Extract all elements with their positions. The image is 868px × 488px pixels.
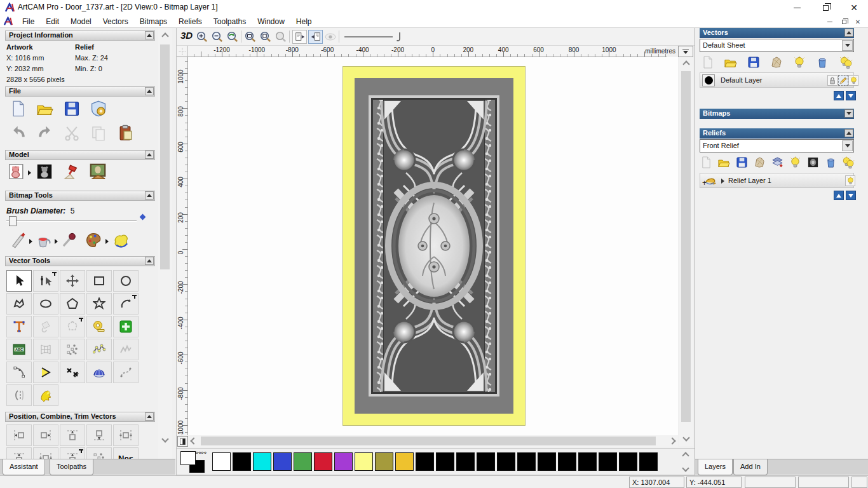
move-layer-up-button[interactable] [834,91,844,100]
greyscale-preview-button[interactable] [807,156,819,168]
vectors-panel-header[interactable]: Vectors [700,28,854,38]
align-bottom-button[interactable] [86,424,112,446]
scrollbar-thumb[interactable] [681,71,691,422]
move-layer-down-button[interactable] [846,91,856,100]
measure-tool[interactable] [86,316,112,337]
contrast-slider-handle[interactable] [392,30,406,44]
tab-layers[interactable]: Layers [698,459,733,475]
close-button[interactable]: ✕ [840,0,868,15]
menu-model[interactable]: Model [65,15,97,28]
scroll-up-button[interactable] [161,32,170,41]
dropdown-button[interactable] [842,40,853,51]
zoom-actual-size-button[interactable] [243,30,257,44]
mdi-restore-button[interactable] [839,17,849,26]
create-rectangle-tool[interactable] [86,270,112,292]
zoom-previous-button[interactable] [226,30,240,44]
palette-swatch-5[interactable] [314,452,332,471]
palette-swatch-11[interactable] [436,452,454,471]
zoom-selection-button[interactable] [274,30,288,44]
palette-swatch-17[interactable] [558,452,576,471]
menu-window[interactable]: Window [252,15,290,28]
trim-vectors-tool[interactable] [60,362,85,383]
create-arc-tool[interactable] [113,293,139,315]
open-vector-layer-button[interactable] [724,56,737,69]
canvas-vertical-scrollbar[interactable] [679,57,693,446]
align-top-button[interactable] [60,424,85,446]
mirror-vectors-tool[interactable] [6,384,32,406]
toggle-all-reliefs-button[interactable] [841,156,855,170]
create-text-tool[interactable] [6,316,32,337]
fit-polyline-tool[interactable] [86,339,112,360]
smooth-polyline-tool[interactable] [113,339,139,360]
open-relief-layer-button[interactable] [718,156,730,168]
scatter-copies-button[interactable] [86,447,112,459]
collapse-button[interactable] [145,257,154,265]
collapse-button[interactable] [844,129,853,137]
vector-doctor-tool[interactable] [33,316,58,337]
set-model-size-button[interactable] [8,163,25,180]
merge-relief-button[interactable] [754,156,766,168]
bitmap-doctor-button[interactable] [113,232,130,248]
cut-button[interactable] [64,125,80,141]
spline-tool[interactable] [113,362,139,383]
menu-edit[interactable]: Edit [40,15,65,28]
save-vector-layer-button[interactable] [747,56,760,69]
palette-swatch-2[interactable] [253,452,271,471]
undo-button[interactable] [10,125,27,141]
palette-scroll-down-button[interactable] [681,464,690,473]
greyscale-model-button[interactable] [36,163,53,180]
convert-vectors-tool[interactable] [60,316,85,337]
toggle-layer-visibility-button[interactable] [793,56,806,69]
vector-layer-row[interactable]: Default Layer [700,72,854,88]
relief-select[interactable]: Front Relief [700,139,854,152]
view-corner-button[interactable] [177,436,188,447]
palette-swatch-13[interactable] [477,452,495,471]
collapse-button[interactable] [145,31,154,39]
palette-swatch-16[interactable] [538,452,556,471]
section-header-position-combine-trim[interactable]: Position, Combine, Trim Vectors [5,412,155,422]
menu-toolpaths[interactable]: Toolpaths [208,15,252,28]
layer-colour-chip[interactable] [702,74,715,86]
center-vertical-button[interactable] [6,447,32,459]
delete-layer-button[interactable] [816,56,829,69]
node-editing-tool[interactable] [33,270,58,292]
scroll-down-button[interactable] [682,433,691,442]
toggle-bitmap-view-button[interactable] [292,30,307,44]
tab-addin[interactable]: Add In [733,459,768,475]
menu-reliefs[interactable]: Reliefs [173,15,208,28]
center-in-page-button[interactable] [33,447,58,459]
collapse-button[interactable] [145,87,154,95]
scroll-down-button[interactable] [161,435,170,444]
create-circle-tool[interactable] [113,270,139,292]
block-copy-tool[interactable] [60,339,85,360]
paste-button[interactable] [117,125,133,141]
collapse-button[interactable] [844,29,853,37]
scroll-left-button[interactable] [189,437,198,445]
palette-scroll-up-button[interactable] [681,451,690,460]
palette-swatch-18[interactable] [578,452,597,471]
palette-swatch-10[interactable] [416,452,434,471]
section-header-model[interactable]: Model [5,150,155,160]
paste-along-curve-button[interactable] [60,447,85,459]
palette-swatch-8[interactable] [375,452,393,471]
new-relief-layer-button[interactable] [700,156,712,168]
open-model-button[interactable] [37,100,53,117]
zoom-out-button[interactable] [210,30,224,44]
edit-layer-button[interactable] [838,75,848,86]
select-vectors-tool[interactable] [6,270,32,292]
palette-swatch-20[interactable] [619,452,637,471]
scroll-up-button[interactable] [682,60,691,69]
palette-swatch-1[interactable] [233,452,251,471]
collapse-button[interactable] [145,412,154,421]
minimize-button[interactable] [783,0,811,15]
scrollbar-thumb[interactable] [160,44,170,269]
flyout-arrow-icon[interactable] [28,170,31,175]
delete-relief-button[interactable] [825,156,837,168]
mdi-minimize-button[interactable] [825,17,835,26]
menu-file[interactable]: File [17,15,40,28]
save-model-button[interactable] [64,100,80,117]
scroll-right-button[interactable] [668,437,677,445]
new-model-button[interactable] [10,100,27,117]
palette-swatch-15[interactable] [517,452,536,471]
section-header-vector-tools[interactable]: Vector Tools [5,256,155,266]
